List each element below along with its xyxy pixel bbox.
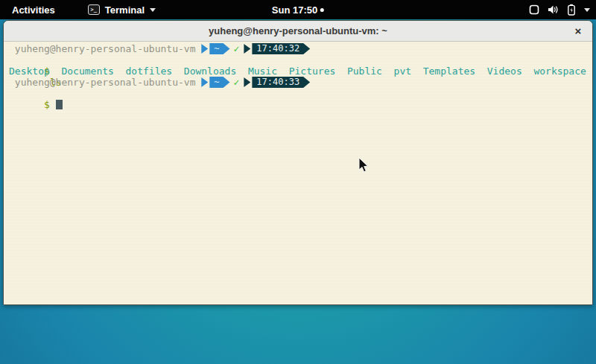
system-menu-chevron-icon [584,8,590,12]
ls-output-line: Desktop Documents dotfiles Downloads Mus… [9,66,586,77]
powerline-separator-icon [201,44,208,54]
prompt-user-host: yuheng@henry-personal-ubuntu-vm [9,43,201,54]
display-icon [529,4,539,15]
system-menu[interactable] [529,0,590,19]
terminal-block-cursor [56,100,63,109]
status-check-icon: ✓ [234,77,240,88]
volume-icon [548,4,559,15]
app-menu-terminal[interactable]: >_ Terminal [88,4,156,16]
terminal-icon: >_ [88,4,100,15]
prompt-line-2: yuheng@henry-personal-ubuntu-vm ~ ✓ 17:4… [9,77,310,88]
chevron-down-icon [150,8,156,12]
window-title: yuheng@henry-personal-ubuntu-vm: ~ [209,25,387,36]
battery-charging-icon [567,4,576,16]
prompt-symbol: $ [44,99,50,110]
prompt-cwd-segment: ~ [209,77,229,88]
prompt-time-segment: 17:40:33 [252,77,310,88]
notification-dot [320,8,324,12]
close-icon[interactable]: × [571,25,585,38]
app-menu-label: Terminal [105,4,145,16]
status-check-icon: ✓ [234,43,240,54]
activities-button[interactable]: Activities [9,3,58,17]
prompt-user-host: yuheng@henry-personal-ubuntu-vm [9,77,201,88]
prompt-line-1: yuheng@henry-personal-ubuntu-vm ~ ✓ 17:4… [9,43,310,54]
clock-menu[interactable]: Sun 17:50 [272,4,324,16]
prompt-time-segment: 17:40:32 [252,43,310,54]
terminal-screen[interactable]: yuheng@henry-personal-ubuntu-vm ~ ✓ 17:4… [4,42,592,305]
top-bar: Activities >_ Terminal Sun 17:50 [0,0,596,19]
powerline-separator-icon [244,77,250,87]
terminal-window: yuheng@henry-personal-ubuntu-vm: ~ × yuh… [3,20,593,305]
powerline-separator-icon [201,77,208,87]
command-line: $ ls [9,54,62,66]
current-input-line: $ [9,88,63,99]
window-titlebar[interactable]: yuheng@henry-personal-ubuntu-vm: ~ × [4,21,592,42]
prompt-cwd-segment: ~ [209,43,229,54]
clock-label: Sun 17:50 [272,4,317,16]
powerline-separator-icon [244,44,250,54]
